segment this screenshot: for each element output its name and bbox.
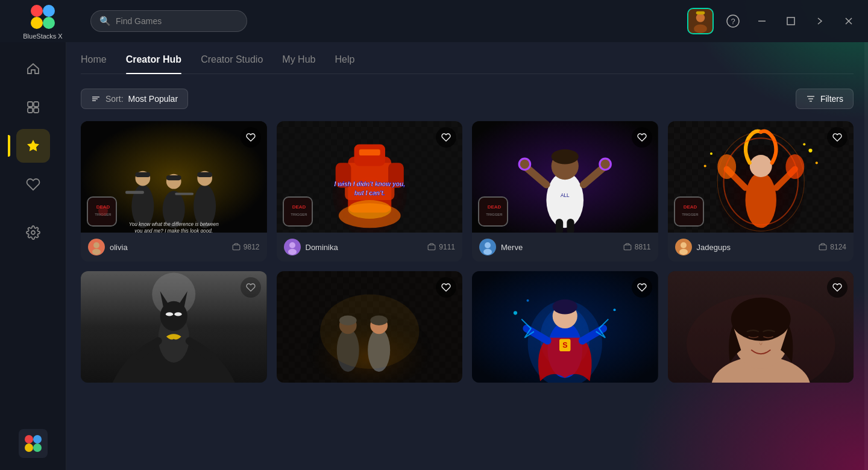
svg-text:DEAD: DEAD [292, 204, 306, 210]
card-1-play-count: 9812 [232, 243, 260, 251]
tab-creator-studio[interactable]: Creator Studio [201, 54, 263, 74]
card-5-thumb [81, 271, 267, 383]
card-4[interactable]: DEAD TRIGGER Jadegups 8124 [668, 121, 854, 262]
card-1-footer: olivia 9812 [81, 233, 267, 262]
sidebar [0, 42, 66, 470]
svg-text:TRIGGER: TRIGGER [682, 213, 699, 216]
svg-rect-11 [787, 17, 794, 25]
nav-tabs: Home Creator Hub Creator Studio My Hub H… [81, 42, 854, 74]
svg-point-93 [745, 172, 776, 228]
card-4-creator-name: Jadegups [697, 243, 731, 252]
card-1-like-button[interactable] [241, 127, 261, 148]
svg-point-103 [703, 164, 706, 167]
svg-point-21 [33, 435, 42, 443]
svg-rect-7 [696, 11, 705, 14]
sort-button[interactable]: Sort: Most Popular [81, 89, 188, 109]
svg-text:S: S [562, 341, 567, 349]
card-8-like-button[interactable] [827, 277, 848, 298]
sidebar-item-library[interactable] [16, 90, 50, 124]
svg-point-3 [43, 17, 55, 29]
toolbar: Sort: Most Popular Filters [81, 89, 854, 109]
card-2[interactable]: I wish I didn't know you, but I can't. D… [277, 121, 463, 262]
card-3-creator-name: Merve [501, 243, 523, 252]
card-5[interactable] [81, 271, 267, 383]
svg-point-137 [553, 299, 577, 315]
search-bar[interactable]: 🔍 [90, 10, 247, 32]
svg-rect-36 [166, 175, 181, 180]
svg-rect-33 [135, 172, 150, 177]
card-3-footer: Merve 8811 [472, 233, 658, 262]
svg-point-97 [717, 154, 736, 179]
bluestacks-bottom-logo [19, 429, 48, 458]
game-avatar[interactable] [687, 8, 714, 34]
tab-my-hub[interactable]: My Hub [282, 54, 315, 74]
card-2-creator-name: Dominika [306, 243, 338, 252]
svg-point-111 [679, 249, 688, 255]
card-1[interactable]: You know what the difference is between … [81, 121, 267, 262]
card-2-like-button[interactable] [436, 127, 456, 148]
card-6-like-button[interactable] [436, 277, 456, 298]
svg-point-98 [785, 154, 804, 179]
next-button[interactable] [810, 11, 829, 31]
svg-rect-82 [556, 219, 563, 233]
card-1-avatar [88, 239, 105, 255]
tab-home[interactable]: Home [81, 54, 107, 74]
svg-rect-90 [624, 245, 631, 250]
sidebar-bottom-logo [19, 429, 48, 460]
svg-text:TRIGGER: TRIGGER [486, 213, 503, 216]
svg-point-49 [93, 242, 99, 248]
card-3-play-count: 8811 [623, 243, 651, 251]
card-5-like-button[interactable] [241, 277, 261, 298]
card-2-footer: Dominika 9111 [277, 233, 463, 262]
card-3-creator: Merve [479, 239, 523, 255]
svg-rect-15 [34, 102, 39, 107]
card-8[interactable] [668, 271, 854, 383]
filter-button[interactable]: Filters [796, 89, 854, 109]
svg-point-5 [696, 13, 705, 22]
tab-help[interactable]: Help [335, 54, 354, 74]
svg-point-150 [731, 298, 790, 341]
svg-rect-70 [428, 245, 435, 250]
svg-point-6 [694, 24, 707, 33]
card-1-creator: olivia [88, 239, 128, 255]
minimize-button[interactable] [752, 11, 772, 31]
sidebar-item-creator[interactable] [16, 129, 50, 163]
svg-rect-64 [284, 198, 313, 227]
card-4-game-badge: DEAD TRIGGER [674, 196, 704, 227]
sidebar-item-favorites[interactable] [16, 168, 50, 201]
card-3[interactable]: ALL DEAD TRIGGER [472, 121, 658, 262]
card-1-game-badge: DEAD TRIGGER [87, 196, 117, 227]
svg-point-69 [288, 249, 297, 255]
svg-point-23 [33, 443, 42, 452]
card-4-creator: Jadegups [675, 239, 731, 255]
svg-point-89 [483, 249, 492, 255]
card-4-play-count: 8124 [819, 243, 846, 251]
svg-point-72 [546, 172, 583, 228]
card-3-avatar [479, 239, 496, 255]
sort-icon [91, 94, 101, 104]
card-7-thumb: S [472, 271, 658, 383]
card-2-thumb: I wish I didn't know you, but I can't. D… [277, 121, 463, 233]
close-button[interactable] [839, 11, 858, 31]
card-7[interactable]: S [472, 271, 658, 383]
maximize-button[interactable] [781, 11, 800, 31]
tab-creator-hub[interactable]: Creator Hub [126, 54, 181, 74]
scrollbar[interactable] [864, 42, 868, 470]
card-3-like-button[interactable] [632, 127, 652, 148]
search-input[interactable] [116, 16, 238, 26]
svg-text:?: ? [731, 17, 735, 26]
card-6[interactable] [277, 271, 463, 383]
help-button[interactable]: ? [723, 11, 743, 31]
sidebar-item-home[interactable] [16, 52, 50, 86]
card-7-like-button[interactable] [632, 277, 652, 298]
svg-point-102 [709, 152, 712, 155]
sort-value: Most Popular [128, 94, 178, 104]
svg-rect-19 [19, 429, 48, 458]
svg-point-120 [174, 312, 181, 316]
sidebar-item-settings[interactable] [16, 216, 50, 249]
svg-point-100 [815, 161, 817, 164]
svg-point-50 [92, 249, 101, 255]
svg-text:DEAD: DEAD [683, 204, 697, 210]
card-4-thumb: DEAD TRIGGER [668, 121, 854, 233]
card-4-like-button[interactable] [827, 127, 848, 148]
